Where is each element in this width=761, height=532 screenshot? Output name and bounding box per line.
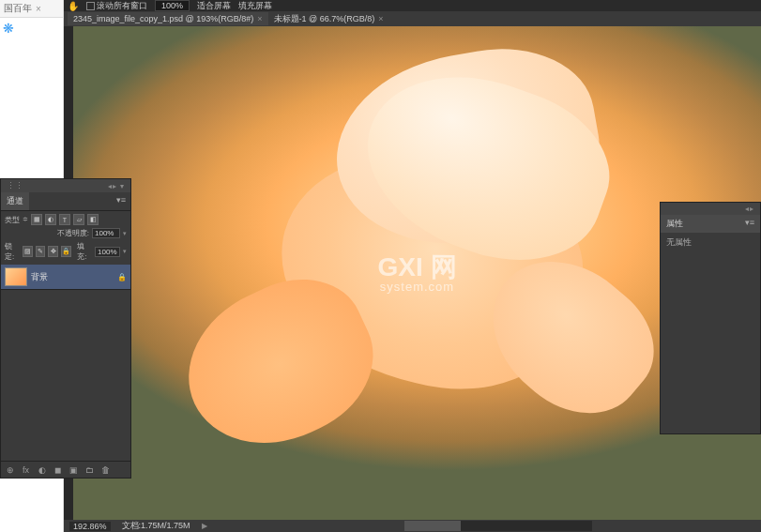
lock-pixels-icon[interactable]: ✎ <box>36 246 46 257</box>
layer-item[interactable]: 背景 🔒 <box>1 265 130 290</box>
lock-all-icon[interactable]: 🔒 <box>61 246 71 257</box>
filter-adjust-icon[interactable]: ◐ <box>45 214 56 225</box>
fill-label: 填充: <box>77 241 92 262</box>
status-doc-info[interactable]: 文档:1.75M/1.75M <box>122 520 190 532</box>
document-tab[interactable]: 2345_image_file_copy_1.psd @ 193%(RGB/8#… <box>68 12 268 25</box>
dropdown-icon[interactable]: ▾ <box>123 248 127 255</box>
layer-name-label[interactable]: 背景 <box>31 271 114 283</box>
properties-panel: ◂▸ 属性 ▾≡ 无属性 <box>660 202 761 434</box>
scroll-all-windows-checkbox[interactable]: 滚动所有窗口 <box>86 0 147 12</box>
filter-shape-icon[interactable]: ▱ <box>73 214 84 225</box>
options-toolbar: ✋ 滚动所有窗口 100% 适合屏幕 填充屏幕 <box>64 0 761 11</box>
browser-tab[interactable]: 国百年 × <box>0 0 63 18</box>
panel-header[interactable]: ⋮⋮ ◂▸ ▾ <box>1 179 130 192</box>
document-tabs: 2345_image_file_copy_1.psd @ 193%(RGB/8#… <box>64 11 761 26</box>
panel-header[interactable]: ◂▸ <box>661 203 760 215</box>
status-zoom-input[interactable]: 192.86% <box>69 522 111 531</box>
checkbox-icon <box>86 2 95 10</box>
panel-drag-grip[interactable]: ⋮⋮ <box>7 181 23 190</box>
close-icon[interactable]: × <box>36 4 41 14</box>
chevron-right-icon[interactable]: ▶ <box>202 522 207 530</box>
layer-thumbnail[interactable] <box>5 267 27 286</box>
lock-position-icon[interactable]: ✥ <box>48 246 58 257</box>
lock-icon[interactable]: 🔒 <box>117 273 127 281</box>
filter-type-icon[interactable]: T <box>59 214 70 225</box>
opacity-label: 不透明度: <box>57 228 89 238</box>
adjustment-layer-icon[interactable]: ◼ <box>53 464 63 475</box>
close-icon[interactable]: × <box>257 14 262 23</box>
trash-icon[interactable]: 🗑 <box>100 464 111 475</box>
tab-channels[interactable]: 通道 <box>1 192 29 210</box>
document-tab-label: 2345_image_file_copy_1.psd @ 193%(RGB/8#… <box>73 14 253 23</box>
layer-controls: 类型 ≑ ▦ ◐ T ▱ ◧ 不透明度: 100% ▾ 锁定: ▨ ✎ ✥ 🔒 … <box>1 211 130 265</box>
panel-tabs: 通道 ▾≡ <box>1 192 130 211</box>
filter-pixel-icon[interactable]: ▦ <box>31 214 42 225</box>
scroll-all-label: 滚动所有窗口 <box>97 0 147 12</box>
fit-screen-button[interactable]: 适合屏幕 <box>197 0 231 12</box>
filter-smart-icon[interactable]: ◧ <box>87 214 99 225</box>
document-tab-label: 未标题-1 @ 66.7%(RGB/8) <box>274 13 375 25</box>
new-layer-icon[interactable]: 🗀 <box>84 464 95 475</box>
close-icon[interactable]: × <box>378 14 383 23</box>
layers-panel: ⋮⋮ ◂▸ ▾ 通道 ▾≡ 类型 ≑ ▦ ◐ T ▱ ◧ 不透明度: 100% … <box>0 178 131 479</box>
document-tab[interactable]: 未标题-1 @ 66.7%(RGB/8) × <box>268 11 389 27</box>
watermark-sub: system.com <box>377 281 456 293</box>
panel-collapse-icon[interactable]: ◂▸ <box>745 205 754 213</box>
zoom-input[interactable]: 100% <box>155 0 190 11</box>
fill-input[interactable]: 100% <box>95 247 120 257</box>
browser-tab-label: 国百年 <box>4 2 32 15</box>
fx-icon[interactable]: fx <box>21 464 31 475</box>
dropdown-icon[interactable]: ▾ <box>123 230 127 237</box>
link-layers-icon[interactable]: ⊕ <box>5 464 15 475</box>
scrollbar-thumb[interactable] <box>404 521 461 531</box>
panel-menu-icon[interactable]: ▾≡ <box>745 218 754 230</box>
no-properties-label: 无属性 <box>666 237 692 247</box>
canvas-image[interactable]: GXI 网 system.com <box>73 26 761 520</box>
opacity-input[interactable]: 100% <box>92 228 120 238</box>
watermark: GXI 网 system.com <box>377 254 456 293</box>
layers-footer: ⊕ fx ◐ ◼ ▣ 🗀 🗑 <box>1 461 130 478</box>
group-icon[interactable]: ▣ <box>68 464 79 475</box>
filter-type-label: 类型 <box>5 215 20 225</box>
layer-list: 背景 🔒 <box>1 265 130 290</box>
favorite-icon[interactable]: ❋ <box>0 18 63 38</box>
layer-mask-icon[interactable]: ◐ <box>37 464 47 475</box>
horizontal-scrollbar[interactable] <box>404 521 592 531</box>
properties-body: 无属性 <box>661 233 760 252</box>
hand-tool-icon[interactable]: ✋ <box>68 1 79 11</box>
status-bar: 192.86% 文档:1.75M/1.75M ▶ <box>64 520 761 532</box>
lock-label: 锁定: <box>5 241 20 262</box>
panel-collapse-icon[interactable]: ◂▸ ▾ <box>108 182 125 190</box>
watermark-main: GXI 网 <box>377 254 456 281</box>
properties-tab[interactable]: 属性 ▾≡ <box>661 215 760 233</box>
canvas-area: GXI 网 system.com <box>64 26 761 520</box>
panel-menu-icon[interactable]: ▾≡ <box>112 192 130 210</box>
dropdown-icon[interactable]: ≑ <box>23 216 28 223</box>
lock-transparency-icon[interactable]: ▨ <box>23 246 33 257</box>
properties-title: 属性 <box>666 218 683 230</box>
